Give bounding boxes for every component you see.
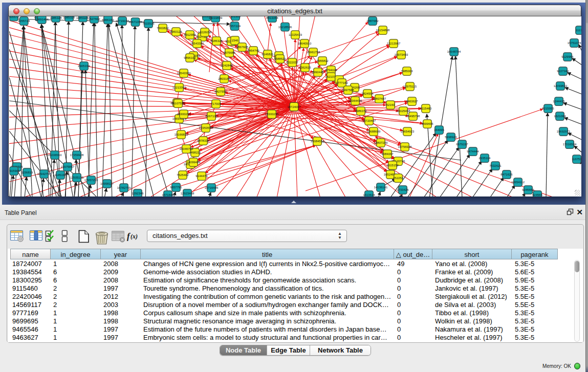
- svg-text:10654112: 10654112: [511, 181, 525, 184]
- svg-text:15716485: 15716485: [205, 186, 219, 189]
- svg-text:15751074: 15751074: [568, 41, 581, 45]
- svg-text:2935114: 2935114: [479, 157, 491, 160]
- svg-text:1571648: 1571648: [162, 193, 174, 196]
- svg-text:9146821: 9146821: [262, 53, 274, 56]
- svg-text:9657791: 9657791: [170, 186, 182, 189]
- svg-text:4055724: 4055724: [18, 19, 30, 23]
- svg-text:16782759: 16782759: [117, 186, 131, 189]
- svg-text:10958117: 10958117: [100, 182, 114, 185]
- svg-text:7515526: 7515526: [142, 22, 155, 25]
- svg-text:12213369: 12213369: [172, 86, 186, 89]
- svg-text:9463627: 9463627: [406, 100, 418, 103]
- svg-text:12975115: 12975115: [403, 85, 417, 88]
- svg-text:10688609: 10688609: [367, 130, 381, 133]
- svg-text:1733426: 1733426: [397, 188, 409, 191]
- svg-text:20206563: 20206563: [48, 154, 62, 157]
- svg-text:9245652: 9245652: [522, 188, 534, 191]
- svg-text:1546: 1546: [231, 39, 238, 42]
- svg-text:6794028: 6794028: [325, 69, 337, 72]
- svg-text:881305: 881305: [230, 16, 241, 18]
- svg-text:19218506: 19218506: [278, 26, 292, 29]
- svg-text:8454749: 8454749: [247, 49, 259, 52]
- svg-text:12942757: 12942757: [37, 172, 51, 176]
- svg-text:1292346: 1292346: [132, 192, 144, 195]
- svg-text:1588520: 1588520: [274, 57, 286, 60]
- svg-text:1621064: 1621064: [554, 115, 566, 118]
- svg-text:8960124: 8960124: [170, 30, 182, 33]
- svg-text:1145194: 1145194: [55, 173, 67, 177]
- svg-text:10719155: 10719155: [116, 19, 129, 23]
- svg-text:17016504: 17016504: [563, 143, 577, 146]
- svg-text:18724007: 18724007: [287, 105, 301, 108]
- svg-text:7955812: 7955812: [316, 59, 329, 62]
- svg-text:1615152: 1615152: [386, 164, 399, 167]
- svg-text:717006: 717006: [211, 102, 222, 105]
- svg-text:8912954: 8912954: [184, 33, 196, 36]
- svg-text:12093822: 12093822: [554, 84, 568, 87]
- svg-text:16961758: 16961758: [307, 51, 320, 54]
- svg-text:8990448: 8990448: [312, 71, 324, 74]
- svg-text:9242848: 9242848: [221, 64, 233, 67]
- svg-text:7986372: 7986372: [355, 110, 367, 113]
- svg-text:1085328: 1085328: [50, 16, 62, 19]
- svg-text:405572: 405572: [9, 16, 19, 18]
- svg-text:8215955: 8215955: [542, 107, 554, 110]
- svg-text:14099489: 14099489: [187, 161, 201, 164]
- svg-text:12353594: 12353594: [199, 126, 213, 129]
- svg-text:10671355: 10671355: [128, 20, 142, 24]
- svg-text:3915901: 3915901: [9, 169, 20, 172]
- svg-text:9777169: 9777169: [336, 81, 348, 84]
- svg-text:12923468: 12923468: [181, 192, 194, 195]
- svg-text:13226058: 13226058: [198, 31, 212, 34]
- svg-text:18300295: 18300295: [265, 113, 279, 116]
- svg-text:11170: 11170: [576, 29, 581, 32]
- svg-text:15720407: 15720407: [362, 119, 376, 122]
- svg-text:1362615: 1362615: [299, 66, 311, 69]
- svg-text:16495798: 16495798: [406, 115, 420, 118]
- svg-text:1156819: 1156819: [21, 171, 34, 174]
- svg-text:9129966: 9129966: [561, 55, 574, 58]
- svg-text:11325419: 11325419: [289, 33, 302, 36]
- svg-text:20364436: 20364436: [349, 99, 362, 102]
- svg-text:62160: 62160: [386, 103, 395, 106]
- svg-text:20046766: 20046766: [180, 147, 193, 150]
- svg-text:19692971: 19692971: [557, 130, 571, 133]
- svg-text:7625402: 7625402: [177, 173, 189, 177]
- svg-text:9474444: 9474444: [467, 150, 479, 153]
- svg-text:1085326: 1085326: [63, 16, 75, 19]
- svg-text:16154808: 16154808: [376, 29, 390, 32]
- svg-text:23975867: 23975867: [61, 165, 75, 168]
- svg-text:19166829: 19166829: [175, 133, 188, 136]
- svg-text:6497568: 6497568: [342, 89, 354, 92]
- svg-text:7357224: 7357224: [229, 25, 241, 28]
- svg-text:2905334: 2905334: [78, 64, 90, 68]
- svg-text:19756928: 19756928: [398, 145, 412, 148]
- svg-text:116753: 116753: [572, 158, 581, 161]
- svg-text:(x): (x): [130, 233, 138, 240]
- svg-text:16107553: 16107553: [171, 102, 185, 105]
- svg-text:2803144: 2803144: [218, 77, 230, 80]
- svg-text:17359928: 17359928: [70, 154, 84, 157]
- svg-text:5878334: 5878334: [197, 139, 209, 142]
- svg-text:18807209: 18807209: [374, 141, 388, 144]
- svg-text:924565: 924565: [532, 193, 543, 196]
- svg-text:14136141: 14136141: [374, 186, 388, 189]
- svg-text:3675685: 3675685: [223, 51, 235, 54]
- svg-text:9896102: 9896102: [184, 56, 196, 59]
- svg-text:1527602: 1527602: [88, 17, 100, 20]
- svg-text:9227342: 9227342: [557, 70, 569, 73]
- svg-text:8471626: 8471626: [500, 173, 513, 176]
- svg-text:6966160: 6966160: [102, 18, 114, 21]
- svg-text:10973493: 10973493: [395, 53, 408, 56]
- svg-text:164095: 164095: [434, 128, 445, 132]
- svg-text:7663822: 7663822: [157, 27, 169, 30]
- svg-text:10033809: 10033809: [209, 16, 223, 19]
- svg-text:18640910: 18640910: [298, 42, 312, 45]
- svg-text:8322037: 8322037: [286, 61, 298, 64]
- svg-text:10807487: 10807487: [373, 97, 386, 100]
- svg-text:9084067: 9084067: [381, 152, 394, 156]
- svg-text:12505135: 12505135: [70, 176, 84, 179]
- svg-text:5938923: 5938923: [445, 136, 457, 139]
- svg-text:1413614: 1413614: [363, 193, 375, 196]
- svg-text:10543382: 10543382: [177, 72, 191, 75]
